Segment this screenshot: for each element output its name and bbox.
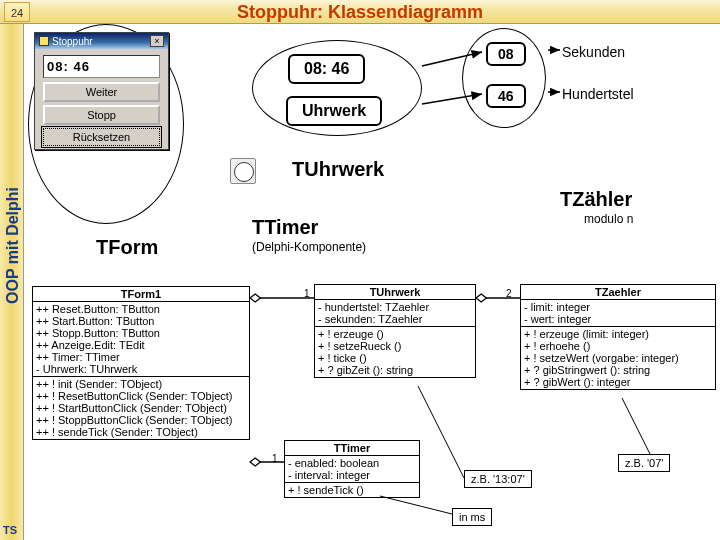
display-value-box: 08: 46: [288, 54, 365, 84]
svg-line-9: [380, 496, 452, 514]
hundredths-value-box: 46: [486, 84, 526, 108]
uml-ttimer-attrs: - enabled: boolean - interval: integer: [285, 456, 419, 483]
uml-tuhrwerk-attrs: - hundertstel: TZaehler - sekunden: TZae…: [315, 300, 475, 327]
uml-tuhrwerk-ops: + ! erzeuge () + ! setzeRueck () + ! tic…: [315, 327, 475, 377]
uhrwerk-label-box: Uhrwerk: [286, 96, 382, 126]
stopwatch-window: Stoppuhr × 08: 46 Weiter Stopp Rücksetze…: [34, 32, 169, 150]
modulo-n-caption: modulo n: [584, 212, 633, 226]
uml-ttimer-ops: + ! sendeTick (): [285, 483, 419, 497]
uml-tzaehler-attrs: - limit: integer - wert: integer: [521, 300, 715, 327]
ttimer-caption: TTimer: [252, 216, 318, 239]
reset-button[interactable]: Rücksetzen: [43, 128, 160, 146]
stopp-button[interactable]: Stopp: [43, 105, 160, 125]
ttimer-subtitle: (Delphi-Komponente): [252, 240, 366, 254]
assoc-1-uhrwerk: 1: [304, 288, 310, 299]
weiter-button[interactable]: Weiter: [43, 82, 160, 102]
sidebar-label: OOP mit Delphi: [4, 187, 22, 304]
uml-tuhrwerk-name: TUhrwerk: [315, 285, 475, 300]
hundredths-label: Hundertstel: [562, 86, 634, 102]
uml-tuhrwerk: TUhrwerk - hundertstel: TZaehler - sekun…: [314, 284, 476, 378]
uml-tform1-name: TForm1: [33, 287, 249, 302]
note-in-ms: in ms: [452, 508, 492, 526]
tform-caption: TForm: [96, 236, 158, 259]
time-display-field[interactable]: 08: 46: [43, 55, 160, 78]
uml-tform1-attrs: ++ Reset.Button: TButton ++ Start.Button…: [33, 302, 249, 377]
clock-icon: [230, 158, 256, 184]
window-title: Stoppuhr: [52, 36, 93, 47]
side-bar: OOP mit Delphi TS: [0, 24, 24, 540]
assoc-1-ttimer: 1: [272, 453, 278, 464]
uml-tzaehler-name: TZaehler: [521, 285, 715, 300]
seconds-value-box: 08: [486, 42, 526, 66]
uml-tzaehler-ops: + ! erzeuge (limit: integer) + ! erhoehe…: [521, 327, 715, 389]
svg-line-7: [418, 386, 464, 478]
sidebar-ts: TS: [3, 524, 17, 536]
close-button[interactable]: ×: [150, 35, 164, 47]
tuhrwerk-caption: TUhrwerk: [292, 158, 384, 181]
tzaehler-caption: TZähler: [560, 188, 632, 211]
window-titlebar: Stoppuhr ×: [35, 33, 168, 49]
uml-ttimer-name: TTimer: [285, 441, 419, 456]
note-1307: z.B. '13:07': [464, 470, 532, 488]
slide-title: Stoppuhr: Klassendiagramm: [0, 2, 720, 23]
slide: 24 Stoppuhr: Klassendiagramm OOP mit Del…: [0, 0, 720, 540]
note-07: z.B. '07': [618, 454, 670, 472]
app-icon: [39, 36, 49, 46]
uml-tzaehler: TZaehler - limit: integer - wert: intege…: [520, 284, 716, 390]
assoc-2-zaehler: 2: [506, 288, 512, 299]
uml-tform1: TForm1 ++ Reset.Button: TButton ++ Start…: [32, 286, 250, 440]
uml-ttimer: TTimer - enabled: boolean - interval: in…: [284, 440, 420, 498]
uml-tform1-ops: ++ ! init (Sender: TObject) ++ ! ResetBu…: [33, 377, 249, 439]
seconds-label: Sekunden: [562, 44, 625, 60]
svg-line-8: [622, 398, 650, 454]
